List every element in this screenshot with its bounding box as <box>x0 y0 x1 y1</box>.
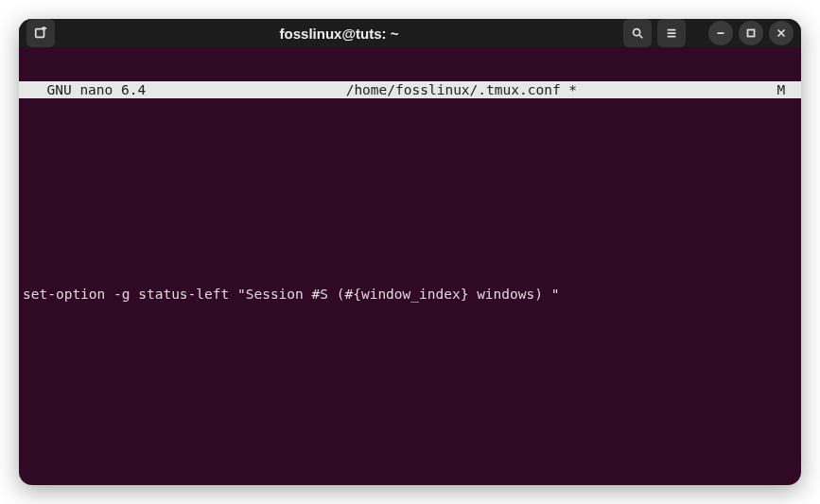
svg-line-4 <box>639 35 643 39</box>
nano-filename: /home/fosslinux/.tmux.conf * <box>146 81 776 98</box>
nano-header: GNU nano 6.4 /home/fosslinux/.tmux.conf … <box>19 81 801 98</box>
svg-point-3 <box>634 29 640 36</box>
nano-modified-flag: M <box>777 81 797 98</box>
terminal-window: fosslinux@tuts: ~ GNU nano 6.4 /home/fos… <box>19 19 801 485</box>
window-title: fosslinux@tuts: ~ <box>61 26 618 42</box>
minimize-button[interactable] <box>708 21 733 45</box>
svg-rect-0 <box>36 29 44 38</box>
close-button[interactable] <box>769 21 794 45</box>
terminal-body[interactable]: GNU nano 6.4 /home/fosslinux/.tmux.conf … <box>19 47 801 485</box>
editor-content[interactable]: set-option -g status-left "Session #S (#… <box>19 149 801 485</box>
maximize-button[interactable] <box>739 21 763 45</box>
nano-version: GNU nano 6.4 <box>23 81 146 98</box>
titlebar: fosslinux@tuts: ~ <box>19 19 801 47</box>
search-button[interactable] <box>623 19 652 47</box>
svg-rect-9 <box>748 30 755 37</box>
new-tab-button[interactable] <box>26 19 55 47</box>
menu-button[interactable] <box>657 19 686 47</box>
code-line: set-option -g status-left "Session #S (#… <box>23 286 797 303</box>
